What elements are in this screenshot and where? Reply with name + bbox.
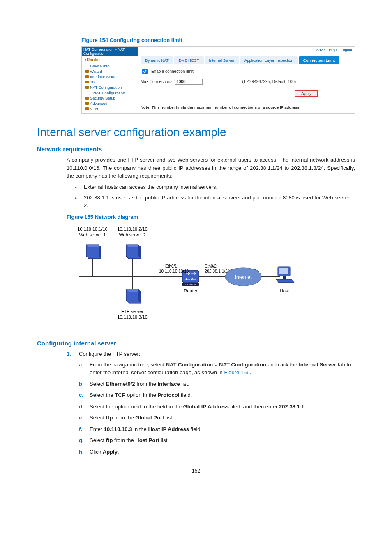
s1b-b2: Interface	[157, 381, 180, 387]
s1b-b1: Ethernet0/2	[106, 381, 135, 387]
s1e-mid: from the	[113, 415, 135, 421]
configuring-internal-server-heading: Configuring internal server	[37, 340, 355, 347]
s1g-b2: Host Port	[135, 437, 159, 443]
eth02-label: Eth0/2	[205, 264, 217, 269]
s1a-gt: >	[213, 362, 219, 368]
s1f-b1: 10.110.10.3	[104, 426, 132, 432]
enable-connection-limit-checkbox[interactable]	[142, 69, 148, 74]
section-title: Internal server configuration example	[37, 126, 355, 139]
s1a-mid: and click the	[266, 362, 299, 368]
step-1b: Select Ethernet0/2 from the Interface li…	[79, 380, 355, 388]
max-connections-input[interactable]	[175, 79, 203, 85]
eth01-ip: 10.110.10.10/16	[159, 269, 189, 273]
step-1-text: Configure the FTP server:	[79, 351, 140, 357]
connection-limit-note: Note: This number limits the maximum num…	[141, 105, 352, 109]
s1b-post: list.	[180, 381, 189, 387]
s1a-b2: NAT Configuration	[219, 362, 266, 368]
s1e-b2: Global Port	[135, 415, 164, 421]
toplink-logout[interactable]: Logout	[341, 48, 352, 52]
nav-nat-configuration-sub[interactable]: NAT Configuration	[84, 90, 138, 95]
ws2-label: Web server 2	[119, 232, 145, 237]
step-1a: From the navigation tree, select NAT Con…	[79, 361, 355, 377]
s1b-mid: from the	[135, 381, 158, 387]
s1e-b1: ftp	[106, 415, 113, 421]
page-number: 152	[37, 468, 355, 474]
s1f-pre: Enter	[90, 426, 104, 432]
s1c-post: field.	[179, 392, 192, 398]
s1e-pre: Select	[90, 415, 106, 421]
figure-156-link[interactable]: Figure 156	[224, 369, 249, 375]
svg-text:ROUTER: ROUTER	[185, 283, 196, 286]
s1d-pre: Select the option next to the field in t…	[90, 403, 183, 410]
step-1f: Enter 10.110.10.3 in the Host IP Address…	[79, 425, 355, 433]
step-1: Configure the FTP server: From the navig…	[67, 350, 355, 456]
nav-nat-configuration[interactable]: NAT Configuration	[84, 85, 138, 90]
s1d-b1: Global IP Address	[183, 403, 229, 410]
s1c-mid: option in the	[125, 392, 157, 398]
tab-internal-server[interactable]: Internal Server	[205, 56, 239, 64]
svg-marker-24	[276, 279, 294, 283]
s1f-b2: Host IP Address	[148, 426, 189, 432]
step-1h: Click Apply.	[79, 448, 355, 456]
svg-rect-25	[283, 276, 286, 279]
network-diagram: 10.110.10.1/16 Web server 1 10.110.10.2/…	[67, 223, 355, 331]
figure-155-caption: Figure 155 Network diagram	[67, 214, 355, 220]
requirement-1: External hosts can access the company in…	[75, 183, 355, 191]
s1h-post: .	[118, 449, 119, 455]
network-requirements-para: A company provides one FTP server and tw…	[67, 156, 355, 180]
step-1c: Select the TCP option in the Protocol fi…	[79, 391, 355, 399]
tab-dynamic-nat[interactable]: Dynamic NAT	[141, 56, 173, 64]
s1f-mid: in the	[132, 426, 148, 432]
max-connections-label: Max Connections	[141, 79, 172, 84]
s1h-b1: Apply	[103, 449, 118, 455]
figure-154-screenshot: NAT Configuration > NAT Configuration ⌖R…	[81, 46, 355, 114]
s1c-b2: Protocol	[158, 392, 180, 398]
ws1-ip: 10.110.10.1/16	[77, 227, 107, 232]
s1g-mid: from the	[113, 437, 135, 443]
router-label: Router	[184, 288, 197, 293]
tab-dmz-host[interactable]: DMZ HOST	[174, 56, 204, 64]
requirement-2: 202.38.1.1 is used as the public IP addr…	[75, 194, 355, 210]
internet-label: Internet	[235, 274, 252, 280]
host-label: Host	[280, 288, 289, 293]
eth02-ip: 202.38.1.1/24	[205, 269, 230, 273]
tab-connection-limit[interactable]: Connection Limit	[299, 56, 340, 64]
nav-advanced[interactable]: Advanced	[84, 101, 138, 106]
toplink-help[interactable]: Help	[329, 48, 337, 52]
s1a-dot: .	[250, 369, 251, 375]
s1d-post: .	[304, 403, 306, 410]
max-connections-hint: (1-4294967295, Default=100)	[242, 79, 296, 84]
ftp-ip: 10.110.10.3/16	[117, 315, 147, 320]
s1f-post: field.	[189, 426, 202, 432]
step-1d: Select the option next to the field in t…	[79, 403, 355, 411]
toplink-save[interactable]: Save	[316, 48, 325, 52]
s1d-mid: filed, and then enter	[229, 403, 279, 410]
nav-interface-setup[interactable]: Interface Setup	[84, 74, 138, 79]
breadcrumb: NAT Configuration > NAT Configuration	[82, 47, 138, 56]
step-1e: Select ftp from the Global Port list.	[79, 414, 355, 422]
nav-wizard[interactable]: Wizard	[84, 69, 138, 74]
s1h-pre: Click	[90, 449, 103, 455]
network-requirements-heading: Network requirements	[37, 146, 355, 153]
nav-3g[interactable]: 3G	[84, 79, 138, 85]
s1g-post: list.	[159, 437, 169, 443]
s1b-pre: Select	[90, 381, 106, 387]
s1c-b1: TCP	[115, 392, 125, 398]
s1g-b1: ftp	[106, 437, 113, 443]
step-1g: Select ftp from the Host Port list.	[79, 436, 355, 445]
ws2-ip: 10.110.10.2/16	[117, 227, 147, 232]
s1c-pre: Select the	[90, 392, 115, 398]
svg-rect-23	[279, 268, 288, 274]
s1a-b3: Internal Server	[299, 362, 336, 368]
tab-app-layer-inspection[interactable]: Application Layer Inspection	[240, 56, 298, 64]
apply-button[interactable]: Apply	[295, 90, 318, 97]
s1d-b2: 202.38.1.1	[279, 403, 304, 410]
nav-vpn[interactable]: VPN	[84, 106, 138, 111]
s1g-pre: Select	[90, 437, 106, 443]
ws1-label: Web server 1	[79, 232, 106, 237]
eth01-label: Eth0/1	[165, 264, 177, 269]
nav-security-setup[interactable]: Security Setup	[84, 95, 138, 101]
navroot: ⌖Router	[84, 58, 138, 63]
nav-device-info[interactable]: Device Info	[84, 63, 138, 69]
s1a-b1: NAT Configuration	[166, 362, 213, 368]
